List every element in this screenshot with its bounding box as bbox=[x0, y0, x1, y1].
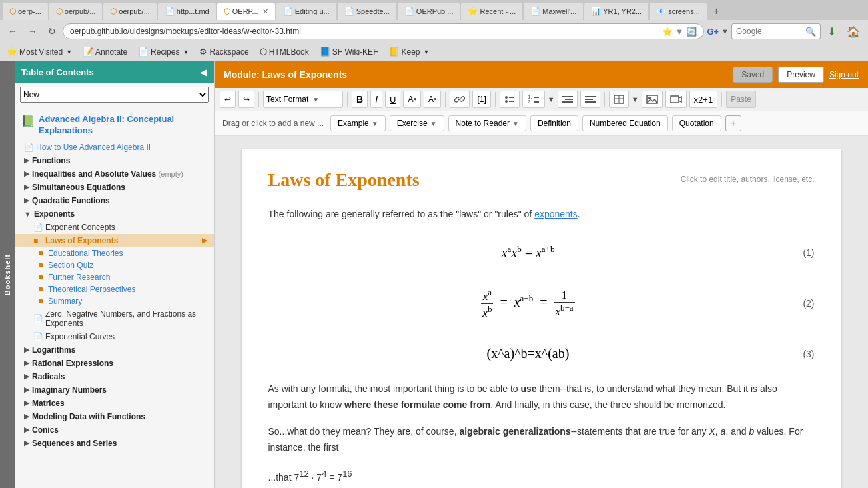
bookmark-recipes[interactable]: 📄 Recipes ▼ bbox=[135, 45, 191, 58]
toc-subitem-theoretical[interactable]: Theoretical Perpsectives bbox=[15, 283, 214, 295]
toc-subitem-summary[interactable]: Summary bbox=[15, 295, 214, 307]
tab-8[interactable]: 📄 OERPub ... bbox=[398, 3, 460, 20]
toc-item-matrices[interactable]: ▶ Matrices bbox=[15, 397, 214, 410]
toc-item-modeling[interactable]: ▶ Modeling Data with Functions bbox=[15, 410, 214, 423]
bookshelf-label: Bookshelf bbox=[3, 254, 11, 295]
editor-content[interactable]: Laws of Exponents Click to edit title, a… bbox=[215, 136, 868, 488]
math-button[interactable]: x2+1 bbox=[689, 91, 718, 108]
toc-item-functions[interactable]: ▶ Functions bbox=[15, 154, 214, 167]
toc-item-exponential-curves[interactable]: 📄 Exponential Curves bbox=[15, 330, 214, 343]
list-unordered-button[interactable] bbox=[500, 91, 520, 108]
svg-line-0 bbox=[458, 99, 461, 100]
bold-button[interactable]: B bbox=[352, 91, 368, 108]
tab-3[interactable]: ⬡ oerpub/... bbox=[103, 3, 156, 20]
outdent-button[interactable] bbox=[580, 91, 600, 108]
toc-item-exponents[interactable]: ▼ Exponents bbox=[15, 207, 214, 221]
toc-subitem-educational[interactable]: Educational Theories bbox=[15, 247, 214, 259]
tab-4[interactable]: 📄 http...t.md bbox=[158, 3, 216, 20]
list-ordered-button[interactable]: 1. 2. bbox=[522, 91, 545, 108]
reload-button[interactable]: ↻ bbox=[44, 25, 60, 38]
undo-button[interactable]: ↩ bbox=[220, 91, 236, 108]
tab-9[interactable]: ⭐ Recent - ... bbox=[461, 3, 522, 20]
search-input[interactable] bbox=[736, 27, 803, 36]
bookmark-annotate[interactable]: 📝 Annotate bbox=[80, 45, 130, 58]
signout-link[interactable]: Sign out bbox=[829, 70, 859, 79]
tab-10[interactable]: 📄 Maxwell'... bbox=[524, 3, 583, 20]
add-tab-button[interactable]: + bbox=[708, 3, 725, 20]
edit-meta-hint[interactable]: Click to edit title, authors, license, e… bbox=[681, 175, 815, 184]
address-bar[interactable]: oerpub.github.io/uidesigns/mockups/edito… bbox=[63, 23, 704, 39]
toc-item-exponent-concepts[interactable]: 📄 Exponent Concepts bbox=[15, 221, 214, 234]
image-button[interactable] bbox=[642, 91, 663, 108]
toc-book-name[interactable]: Advanced Algebra II: Conceptual Explanat… bbox=[39, 114, 207, 137]
bookmark-keep[interactable]: 📒 Keep ▼ bbox=[386, 45, 432, 58]
forward-button[interactable]: → bbox=[24, 25, 41, 38]
tab-5-active[interactable]: ⬡ OERP... ✕ bbox=[217, 3, 275, 20]
toc-item-sequences-label: Sequences and Series bbox=[32, 439, 117, 448]
format-select[interactable]: Text Format ▼ bbox=[263, 91, 343, 108]
insert-definition-button[interactable]: Definition bbox=[530, 115, 578, 131]
toc-subitem-summary-label: Summary bbox=[48, 297, 82, 306]
toc-item-conics[interactable]: ▶ Conics bbox=[15, 423, 214, 437]
toc-subitem-further-research[interactable]: Further Research bbox=[15, 271, 214, 283]
subscript-button[interactable]: As bbox=[424, 91, 442, 108]
saved-button[interactable]: Saved bbox=[733, 67, 773, 83]
italic-button[interactable]: I bbox=[370, 91, 382, 108]
superscript-button[interactable]: As bbox=[403, 91, 421, 108]
bookmark-rackspace[interactable]: ⚙ Rackspace bbox=[197, 45, 251, 58]
exponents-link[interactable]: exponents bbox=[534, 209, 578, 219]
bookmark-sf-wiki[interactable]: 📘 SF Wiki-KEF bbox=[317, 45, 381, 58]
toc-item-sequences[interactable]: ▶ Sequences and Series bbox=[15, 437, 214, 450]
tab-2[interactable]: ⬡ oerpub/... bbox=[49, 3, 102, 20]
insert-definition-label: Definition bbox=[538, 119, 571, 128]
tab-1[interactable]: ⬡ oerp-... bbox=[3, 3, 48, 20]
toc-item-laws-of-exponents[interactable]: ■ Laws of Exponents ▶ bbox=[15, 234, 214, 247]
home-button[interactable]: 🏠 bbox=[843, 24, 864, 39]
toc-item-quadratic[interactable]: ▶ Quadratic Functions bbox=[15, 194, 214, 207]
link-button[interactable] bbox=[450, 91, 470, 108]
toc-item-how-to-use[interactable]: 📄 How to Use Advanced Algebra II bbox=[15, 141, 214, 154]
tab-3-icon: ⬡ bbox=[110, 7, 117, 16]
video-button[interactable] bbox=[665, 91, 687, 108]
insert-quotation-button[interactable]: Quotation bbox=[672, 115, 721, 131]
insert-example-button[interactable]: Example ▼ bbox=[330, 115, 386, 131]
toc-item-rational[interactable]: ▶ Rational Expressions bbox=[15, 357, 214, 370]
tab-6[interactable]: 📄 Editing u... bbox=[276, 3, 336, 20]
tab-12[interactable]: 📧 screens... bbox=[650, 3, 707, 20]
insert-note-button[interactable]: Note to Reader ▼ bbox=[448, 115, 526, 131]
toc-collapse-button[interactable]: ◀ bbox=[200, 67, 207, 77]
insert-more-button[interactable]: + bbox=[725, 115, 741, 131]
toc-item-inequalities[interactable]: ▶ Inequalities and Absolute Values (empt… bbox=[15, 167, 214, 181]
toc-new-select[interactable]: New bbox=[20, 87, 209, 103]
redo-button[interactable]: ↪ bbox=[238, 91, 254, 108]
tab-11[interactable]: 📊 YR1, YR2... bbox=[584, 3, 648, 20]
toc-item-simultaneous[interactable]: ▶ Simultaneous Equations bbox=[15, 181, 214, 194]
equation-1-row: xaxb = xa+b (1) bbox=[268, 237, 815, 267]
bookmark-most-visited[interactable]: ⭐ Most Visited ▼ bbox=[4, 45, 75, 58]
underline-button[interactable]: U bbox=[385, 91, 400, 108]
toc-item-imaginary[interactable]: ▶ Imaginary Numbers bbox=[15, 383, 214, 397]
toc-subitem-section-quiz[interactable]: Section Quiz bbox=[15, 259, 214, 271]
insert-exercise-button[interactable]: Exercise ▼ bbox=[390, 115, 444, 131]
tab-7[interactable]: 📄 Speedte... bbox=[338, 3, 396, 20]
paragraph-3-partial: ...that 712 · 74 = 716 bbox=[268, 467, 815, 485]
search-bar[interactable]: 🔍 bbox=[731, 23, 821, 39]
table-button[interactable] bbox=[609, 91, 629, 108]
tab-5-close[interactable]: ✕ bbox=[262, 7, 268, 16]
toc-item-logarithms[interactable]: ▶ Logarithms bbox=[15, 343, 214, 357]
toc-item-zero-negative[interactable]: 📄 Zero, Negative Numbers, and Fractions … bbox=[15, 307, 214, 330]
indent-button[interactable] bbox=[558, 91, 578, 108]
download-icon[interactable]: ⬇ bbox=[823, 24, 840, 39]
insert-numbered-equation-button[interactable]: Numbered Equation bbox=[582, 115, 668, 131]
bookmark-keep-label: Keep bbox=[401, 47, 420, 57]
paste-button[interactable]: Paste bbox=[726, 91, 756, 108]
bookshelf-sidebar[interactable]: Bookshelf bbox=[0, 61, 15, 488]
page-title[interactable]: Laws of Exponents bbox=[268, 169, 420, 191]
bookmark-htmlbook[interactable]: ⬡ HTMLBook bbox=[257, 45, 312, 58]
footnote-button[interactable]: [1] bbox=[472, 91, 490, 108]
toc-item-radicals[interactable]: ▶ Radicals bbox=[15, 370, 214, 383]
back-button[interactable]: ← bbox=[4, 25, 21, 38]
search-submit-icon[interactable]: 🔍 bbox=[805, 27, 816, 37]
preview-button[interactable]: Preview bbox=[778, 67, 824, 83]
insert-example-label: Example bbox=[338, 119, 369, 128]
